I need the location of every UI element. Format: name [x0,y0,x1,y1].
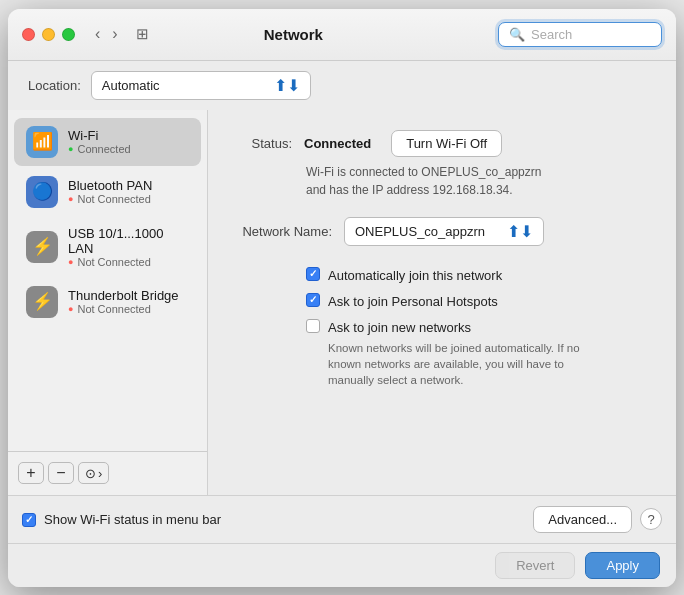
network-name-dropdown[interactable]: ONEPLUS_co_appzrn ⬆⬇ [344,217,544,246]
show-wifi-checkbox[interactable] [22,513,36,527]
usb-status: ● Not Connected [68,256,189,268]
window-footer: Revert Apply [8,543,676,587]
action-chevron-icon: › [98,466,102,481]
thunderbolt-name: Thunderbolt Bridge [68,288,179,303]
add-network-button[interactable]: + [18,462,44,484]
personal-hotspot-label: Ask to join Personal Hotspots [328,294,498,309]
red-dot-bluetooth-icon: ● [68,194,73,204]
search-box[interactable]: 🔍 [498,22,662,47]
show-wifi-label: Show Wi-Fi status in menu bar [44,512,221,527]
sidebar-list: 📶 Wi-Fi ● Connected 🔵 Bluetooth PAN [8,110,207,451]
minimize-button[interactable] [42,28,55,41]
window-title: Network [99,26,488,43]
traffic-lights [22,28,75,41]
sidebar-item-wifi[interactable]: 📶 Wi-Fi ● Connected [14,118,201,166]
search-input[interactable] [531,27,651,42]
sidebar-footer: + − ⊙ › [8,451,207,495]
maximize-button[interactable] [62,28,75,41]
location-dropdown[interactable]: Automatic ⬆⬇ [91,71,311,100]
bluetooth-icon: 🔵 [26,176,58,208]
new-networks-label-group: Ask to join new networks Known networks … [328,318,608,388]
usb-status-text: Not Connected [77,256,150,268]
network-name-row: Network Name: ONEPLUS_co_appzrn ⬆⬇ [232,217,652,246]
usb-name: USB 10/1...1000 LAN [68,226,189,256]
action-icon: ⊙ [85,466,96,481]
red-dot-usb-icon: ● [68,257,73,267]
status-row: Status: Connected Turn Wi-Fi Off [232,130,652,157]
show-wifi-row: Show Wi-Fi status in menu bar [22,512,523,527]
auto-join-row: Automatically join this network [306,266,652,284]
personal-hotspot-row: Ask to join Personal Hotspots [306,292,652,310]
thunderbolt-info: Thunderbolt Bridge ● Not Connected [68,288,179,315]
sidebar: 📶 Wi-Fi ● Connected 🔵 Bluetooth PAN [8,110,208,495]
location-arrow-icon: ⬆⬇ [274,76,300,95]
detail-panel: Status: Connected Turn Wi-Fi Off Wi-Fi i… [208,110,676,495]
bottom-actions: Advanced... ? [533,506,662,533]
location-bar: Location: Automatic ⬆⬇ [8,61,676,110]
help-button[interactable]: ? [640,508,662,530]
auto-join-checkbox[interactable] [306,267,320,281]
thunderbolt-icon: ⚡ [26,286,58,318]
new-networks-row: Ask to join new networks Known networks … [306,318,652,388]
status-label: Status: [232,136,292,151]
sidebar-item-usb-lan[interactable]: ⚡ USB 10/1...1000 LAN ● Not Connected [14,218,201,276]
titlebar: ‹ › ⊞ Network 🔍 [8,9,676,61]
wifi-info: Wi-Fi ● Connected [68,128,131,155]
remove-network-button[interactable]: − [48,462,74,484]
green-dot-icon: ● [68,144,73,154]
network-name-value: ONEPLUS_co_appzrn [355,224,485,239]
bluetooth-status-text: Not Connected [77,193,150,205]
turn-wifi-off-button[interactable]: Turn Wi-Fi Off [391,130,502,157]
bluetooth-status: ● Not Connected [68,193,152,205]
network-name-label: Network Name: [232,224,332,239]
bottom-bar: Show Wi-Fi status in menu bar Advanced..… [8,495,676,543]
bluetooth-info: Bluetooth PAN ● Not Connected [68,178,152,205]
checkboxes: Automatically join this network Ask to j… [306,266,652,388]
wifi-status: ● Connected [68,143,131,155]
auto-join-label-group: Automatically join this network [328,266,502,284]
network-name-arrow-icon: ⬆⬇ [507,222,533,241]
revert-button[interactable]: Revert [495,552,575,579]
red-dot-thunderbolt-icon: ● [68,304,73,314]
new-networks-checkbox[interactable] [306,319,320,333]
usb-icon: ⚡ [26,231,58,263]
wifi-icon: 📶 [26,126,58,158]
main-content: 📶 Wi-Fi ● Connected 🔵 Bluetooth PAN [8,110,676,495]
new-networks-sublabel: Known networks will be joined automatica… [328,340,608,388]
usb-info: USB 10/1...1000 LAN ● Not Connected [68,226,189,268]
sidebar-item-bluetooth-pan[interactable]: 🔵 Bluetooth PAN ● Not Connected [14,168,201,216]
close-button[interactable] [22,28,35,41]
search-icon: 🔍 [509,27,525,42]
thunderbolt-status: ● Not Connected [68,303,179,315]
thunderbolt-status-text: Not Connected [77,303,150,315]
status-description: Wi-Fi is connected to ONEPLUS_co_appzrna… [306,163,652,199]
auto-join-label: Automatically join this network [328,268,502,283]
sidebar-item-thunderbolt-bridge[interactable]: ⚡ Thunderbolt Bridge ● Not Connected [14,278,201,326]
advanced-button[interactable]: Advanced... [533,506,632,533]
wifi-name: Wi-Fi [68,128,131,143]
new-networks-label: Ask to join new networks [328,320,471,335]
personal-hotspot-checkbox[interactable] [306,293,320,307]
network-action-button[interactable]: ⊙ › [78,462,109,484]
bluetooth-name: Bluetooth PAN [68,178,152,193]
personal-hotspot-label-group: Ask to join Personal Hotspots [328,292,498,310]
status-value: Connected [304,136,371,151]
location-label: Location: [28,78,81,93]
location-value: Automatic [102,78,160,93]
wifi-status-text: Connected [77,143,130,155]
network-preferences-window: ‹ › ⊞ Network 🔍 Location: Automatic ⬆⬇ 📶… [8,9,676,587]
apply-button[interactable]: Apply [585,552,660,579]
